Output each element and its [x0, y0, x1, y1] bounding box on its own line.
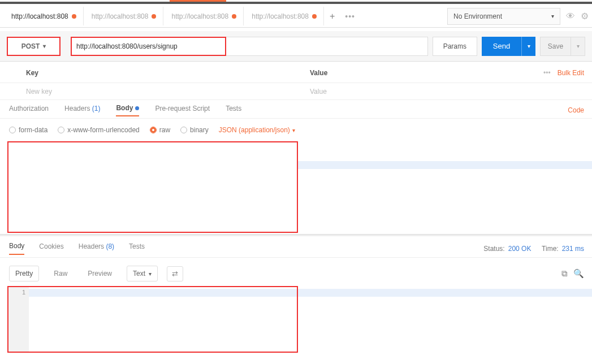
status-label: Status:	[483, 245, 504, 253]
chevron-down-icon: ▾	[43, 43, 46, 49]
environment-dropdown[interactable]: No Environment ▾	[447, 8, 560, 25]
environment-label: No Environment	[453, 12, 502, 20]
view-preview[interactable]: Preview	[82, 266, 118, 281]
gear-icon[interactable]: ⚙	[581, 11, 589, 21]
request-bar: POST ▾ Params Send ▾ Save ▾	[0, 31, 592, 62]
resp-tab-tests[interactable]: Tests	[129, 242, 145, 254]
save-button[interactable]: Save	[540, 37, 571, 56]
view-pretty[interactable]: Pretty	[9, 266, 39, 281]
new-tab-button[interactable]: +	[324, 11, 340, 21]
response-meta: Status: 200 OK Time: 231 ms	[483, 245, 592, 253]
unsaved-dot-icon	[232, 14, 236, 19]
radio-icon	[180, 127, 187, 133]
content-type-dropdown[interactable]: JSON (application/json) ▾	[219, 126, 295, 134]
radio-raw[interactable]: raw	[150, 126, 170, 134]
tab-0[interactable]: http://localhost:808	[3, 7, 84, 25]
body-options: form-data x-www-form-urlencoded raw bina…	[0, 122, 592, 138]
tab-label: http://localhost:808	[11, 12, 68, 20]
unsaved-dot-icon	[152, 14, 156, 19]
eye-icon[interactable]: 👁	[566, 11, 575, 21]
status-value: 200 OK	[508, 245, 531, 253]
tab-label: http://localhost:808	[252, 12, 309, 20]
tab-body[interactable]: Body	[116, 104, 139, 116]
chevron-down-icon: ▾	[528, 43, 530, 49]
tab-prerequest[interactable]: Pre-request Script	[155, 105, 210, 116]
send-button[interactable]: Send	[482, 37, 521, 56]
view-raw[interactable]: Raw	[48, 266, 73, 281]
radio-icon	[58, 127, 64, 133]
response-toolbar: Pretty Raw Preview Text▾ ⇄ ⧉ 🔍	[0, 262, 592, 285]
method-label: POST	[21, 42, 40, 50]
url-bar-extent[interactable]	[226, 37, 428, 56]
chevron-down-icon: ▾	[292, 127, 295, 133]
body-changed-dot-icon	[135, 106, 139, 110]
new-key-placeholder: New key	[26, 88, 310, 96]
method-dropdown[interactable]: POST ▾	[7, 37, 61, 56]
resp-tab-headers[interactable]: Headers (8)	[79, 242, 114, 254]
time-value: 231 ms	[562, 245, 584, 253]
key-column-header: Key	[26, 69, 310, 77]
tab-1[interactable]: http://localhost:808	[84, 7, 164, 25]
editor-highlight-box	[7, 141, 298, 233]
save-dropdown[interactable]: ▾	[571, 37, 585, 56]
kv-more-button[interactable]: •••	[537, 69, 558, 77]
kv-new-row[interactable]: New key Value	[0, 83, 592, 100]
tab-3[interactable]: http://localhost:808	[244, 7, 324, 25]
code-link[interactable]: Code	[568, 106, 592, 114]
search-icon[interactable]: 🔍	[573, 268, 584, 279]
resp-tab-body[interactable]: Body	[9, 242, 24, 255]
params-button[interactable]: Params	[433, 37, 477, 56]
response-section-tabs: Body Cookies Headers (8) Tests Status: 2…	[0, 240, 592, 258]
time-label: Time:	[542, 245, 559, 253]
unsaved-dot-icon	[312, 14, 317, 19]
radio-binary[interactable]: binary	[180, 126, 209, 134]
tab-more-button[interactable]: •••	[340, 12, 360, 21]
tab-label: http://localhost:808	[92, 12, 149, 20]
new-value-placeholder: Value	[310, 88, 592, 96]
request-tabs: http://localhost:808 http://localhost:80…	[0, 7, 360, 25]
kv-header: Key Value ••• Bulk Edit	[0, 63, 592, 83]
tab-authorization[interactable]: Authorization	[9, 105, 49, 116]
radio-icon	[150, 127, 157, 133]
bulk-edit-link[interactable]: Bulk Edit	[558, 69, 592, 77]
tab-tests[interactable]: Tests	[226, 105, 241, 116]
wrap-icon[interactable]: ⇄	[167, 266, 183, 281]
radio-urlencoded[interactable]: x-www-form-urlencoded	[58, 126, 139, 134]
top-toolbar: http://localhost:808 http://localhost:80…	[0, 5, 592, 28]
url-input[interactable]	[71, 37, 226, 56]
request-section-tabs: Authorization Headers (1) Body Pre-reque…	[0, 102, 592, 119]
response-highlight-box	[7, 286, 298, 353]
tab-2[interactable]: http://localhost:808	[163, 7, 244, 25]
copy-icon[interactable]: ⧉	[561, 268, 568, 279]
radio-icon	[9, 127, 16, 133]
tab-label: http://localhost:808	[171, 12, 228, 20]
divider	[0, 234, 592, 236]
radio-form-data[interactable]: form-data	[9, 126, 47, 134]
value-column-header: Value	[310, 69, 537, 77]
response-type-dropdown[interactable]: Text▾	[127, 266, 158, 281]
chevron-down-icon: ▾	[577, 43, 580, 49]
chevron-down-icon: ▾	[551, 13, 554, 19]
tab-headers[interactable]: Headers (1)	[64, 105, 100, 116]
chevron-down-icon: ▾	[149, 271, 152, 277]
resp-tab-cookies[interactable]: Cookies	[39, 242, 63, 254]
send-dropdown[interactable]: ▾	[521, 37, 535, 56]
unsaved-dot-icon	[72, 14, 76, 19]
